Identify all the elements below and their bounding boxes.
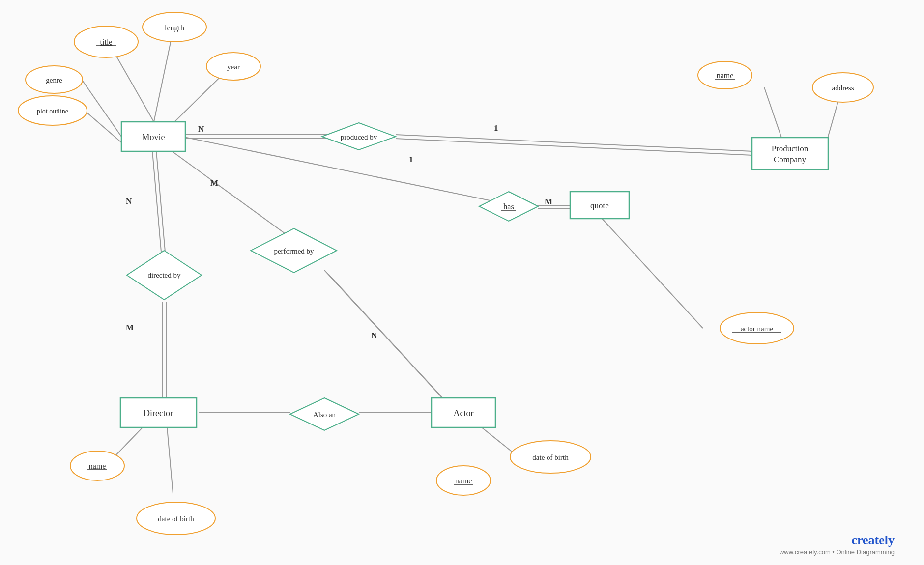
svg-text:title: title xyxy=(100,38,113,46)
svg-rect-30 xyxy=(752,138,828,170)
svg-text:length: length xyxy=(165,24,184,32)
svg-text:actor name: actor name xyxy=(741,325,774,333)
svg-text:1: 1 xyxy=(409,155,413,164)
svg-text:year: year xyxy=(227,63,240,71)
svg-text:name: name xyxy=(89,462,106,470)
svg-text:M: M xyxy=(210,178,218,188)
svg-text:M: M xyxy=(126,323,134,332)
svg-text:creately: creately xyxy=(851,533,895,547)
movie-entity-label: Movie xyxy=(142,132,165,142)
svg-text:plot outline: plot outline xyxy=(37,108,68,115)
svg-text:date of birth: date of birth xyxy=(158,515,194,523)
svg-text:date of birth: date of birth xyxy=(532,453,569,461)
svg-text:Actor: Actor xyxy=(454,408,474,418)
svg-text:1: 1 xyxy=(494,123,498,133)
svg-text:directed by: directed by xyxy=(147,271,181,279)
svg-text:address: address xyxy=(832,84,854,92)
svg-text:www.creately.com • Online Diag: www.creately.com • Online Diagramming xyxy=(779,548,895,556)
svg-text:quote: quote xyxy=(590,201,609,210)
svg-text:N: N xyxy=(371,331,377,340)
svg-text:N: N xyxy=(198,124,204,134)
svg-text:Also an: Also an xyxy=(313,411,336,419)
svg-text:produced by: produced by xyxy=(341,133,377,141)
svg-text:N: N xyxy=(126,197,132,206)
svg-text:Production: Production xyxy=(772,144,808,153)
svg-text:M: M xyxy=(545,197,552,206)
svg-text:Director: Director xyxy=(144,408,173,418)
svg-text:Company: Company xyxy=(774,155,807,164)
svg-text:has: has xyxy=(503,202,514,211)
svg-text:genre: genre xyxy=(46,76,62,84)
svg-text:name: name xyxy=(455,477,472,485)
svg-text:performed by: performed by xyxy=(274,247,314,255)
svg-text:name: name xyxy=(717,71,734,80)
